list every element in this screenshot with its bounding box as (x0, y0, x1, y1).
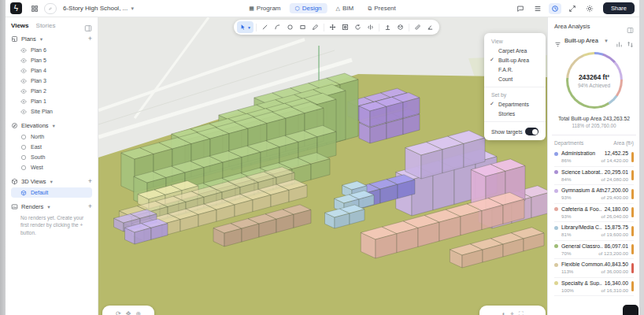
add-button[interactable]: + (88, 36, 92, 42)
offset-tool[interactable] (339, 21, 351, 33)
sidebar-item-east[interactable]: East (11, 142, 92, 152)
department-row[interactable]: Gymnasium & Ath..93%27,200.00of 29,400.0… (554, 185, 634, 204)
department-row[interactable]: Cafeteria & Foo..93%24,180.00of 26,040.0… (554, 204, 634, 223)
tab-views[interactable]: Views (11, 22, 29, 29)
shadow-icon[interactable]: ◐ (502, 310, 506, 315)
arc-tool[interactable] (272, 21, 283, 33)
camera-icon[interactable]: ⌖ (510, 310, 514, 315)
app-logo-icon[interactable]: ϟ (10, 2, 22, 14)
measure-tool[interactable] (412, 21, 424, 33)
department-row[interactable]: Science Laborat..84%20,295.01of 24,080.0… (554, 167, 634, 186)
edit-mode-button[interactable] (44, 3, 57, 14)
menu-item-stories[interactable]: Stories (484, 109, 546, 118)
rotate-tool[interactable] (352, 21, 364, 33)
section-header-elevations[interactable]: Elevations▼ (11, 122, 92, 129)
chart-view-icon[interactable] (616, 37, 623, 44)
filter-icon (554, 37, 561, 44)
tab-present[interactable]: ⧉Present (362, 3, 402, 13)
move-tool[interactable] (327, 21, 339, 33)
circle-tool[interactable] (284, 21, 296, 33)
sidebar-item-plan-4[interactable]: Plan 4 (11, 65, 92, 76)
sidebar-item-plan-5[interactable]: Plan 5 (11, 55, 92, 65)
section-header-renders[interactable]: Renders▼+ (11, 203, 92, 210)
department-row[interactable]: Specialty & Sup..100%16,340.00of 16,310.… (554, 278, 634, 297)
section-header-plans[interactable]: Plans▼+ (11, 35, 92, 43)
orbit-icon[interactable]: ⟳ (116, 310, 121, 315)
display-toolbar[interactable]: ◐ ⌖ ⛶ (479, 306, 546, 315)
pan-icon[interactable]: ✥ (126, 310, 131, 315)
panel-collapse-icon[interactable] (627, 23, 634, 30)
add-button[interactable]: + (88, 179, 92, 184)
department-row[interactable]: General Classro..70%86,097.01of 123,200.… (554, 241, 634, 260)
department-row[interactable]: Library/Media C..81%15,875.75of 19,600.0… (554, 222, 634, 241)
show-targets-toggle[interactable] (525, 128, 539, 135)
department-percent: 81% (561, 232, 602, 237)
title-chevron-icon[interactable]: ▼ (130, 6, 135, 11)
check-icon: ✓ (490, 101, 494, 107)
menu-item-count[interactable]: Count (484, 74, 546, 83)
circle-icon (20, 165, 27, 171)
department-color-dot (554, 207, 558, 211)
history-icon[interactable] (549, 3, 561, 14)
flip-tool[interactable] (365, 21, 376, 33)
pencil-tool[interactable] (309, 21, 321, 33)
department-color-dot (554, 226, 558, 230)
outline-list-icon[interactable] (531, 3, 544, 14)
department-area: 16,340.00 (601, 280, 628, 286)
sidebar-item-default[interactable]: Default (11, 187, 92, 198)
department-row[interactable]: Flexible Common..113%40,843.50of 36,000.… (554, 259, 634, 278)
navigation-toolbar[interactable]: ⟳ ✥ ⊕ (102, 306, 154, 315)
collaborate-icon[interactable] (566, 3, 579, 14)
eye-icon (20, 57, 27, 64)
menu-item-built-up-area[interactable]: ✓Built-up Area (484, 55, 546, 65)
rectangle-tool[interactable] (297, 21, 309, 33)
zoom-icon[interactable]: ⊕ (135, 310, 141, 315)
add-button[interactable]: + (88, 204, 92, 209)
sidebar-item-plan-3[interactable]: Plan 3 (11, 76, 92, 86)
sidebar-item-plan-6[interactable]: Plan 6 (11, 45, 92, 55)
compass-icon (11, 122, 18, 129)
section-header-3d-views[interactable]: 3D Views▼+ (11, 178, 92, 185)
select-tool[interactable]: ▼ (237, 21, 254, 33)
line-tool[interactable] (259, 21, 271, 33)
program-icon: ▦ (249, 6, 254, 12)
sidebar-item-plan-2[interactable]: Plan 2 (11, 86, 92, 96)
fullscreen-icon[interactable]: ⛶ (519, 310, 524, 315)
metric-selector[interactable]: Built-up Area (564, 37, 598, 44)
department-area: 24,180.00 (601, 206, 628, 212)
target-indicator-bar (631, 281, 634, 291)
swap-icon[interactable] (627, 37, 634, 44)
total-vs-target: 118% of 205,760.00 (554, 123, 634, 128)
sidebar-item-plan-1[interactable]: Plan 1 (11, 96, 92, 106)
share-button[interactable]: Share (603, 2, 635, 14)
metric-chevron-icon[interactable]: ▼ (604, 39, 609, 43)
menu-item-carpet-area[interactable]: Carpet Area (484, 46, 546, 55)
3d-viewport[interactable]: ▼ View Carpet Area✓Built-up AreaF.A.R.Co… (98, 17, 547, 315)
sidebar-item-site-plan[interactable]: Site Plan (11, 106, 92, 117)
sidebar-collapse-icon[interactable] (84, 21, 92, 29)
target-indicator-bar (631, 226, 634, 236)
menu-item-f-a-r-[interactable]: F.A.R. (484, 65, 546, 74)
help-chat-button[interactable] (623, 305, 638, 315)
department-area: 40,843.50 (601, 261, 628, 267)
menu-item-departments[interactable]: ✓Departments (484, 99, 546, 109)
sidebar-item-north[interactable]: North (11, 132, 92, 142)
department-row[interactable]: Administration86%12,452.25of 14,420.00 (554, 148, 634, 167)
settings-icon[interactable] (583, 3, 596, 14)
sidebar-item-west[interactable]: West (11, 162, 92, 172)
project-title[interactable]: 6-Story High School, ... (63, 5, 128, 12)
protractor-tool[interactable] (424, 21, 436, 33)
target-indicator-bar (631, 152, 634, 162)
sidebar-item-south[interactable]: South (11, 152, 92, 162)
push-pull-tool[interactable] (382, 21, 394, 33)
department-color-dot (554, 281, 558, 285)
tab-bim[interactable]: △BIM (331, 3, 360, 13)
tab-program[interactable]: ▦Program (243, 3, 286, 13)
workspace-icon[interactable] (28, 3, 41, 14)
menu-divider (484, 87, 546, 87)
department-percent: 100% (561, 287, 602, 293)
tab-stories[interactable]: Stories (36, 22, 56, 29)
section-tool[interactable] (394, 21, 406, 33)
comments-icon[interactable] (514, 3, 527, 14)
tab-design[interactable]: ⬡Design (290, 3, 328, 13)
